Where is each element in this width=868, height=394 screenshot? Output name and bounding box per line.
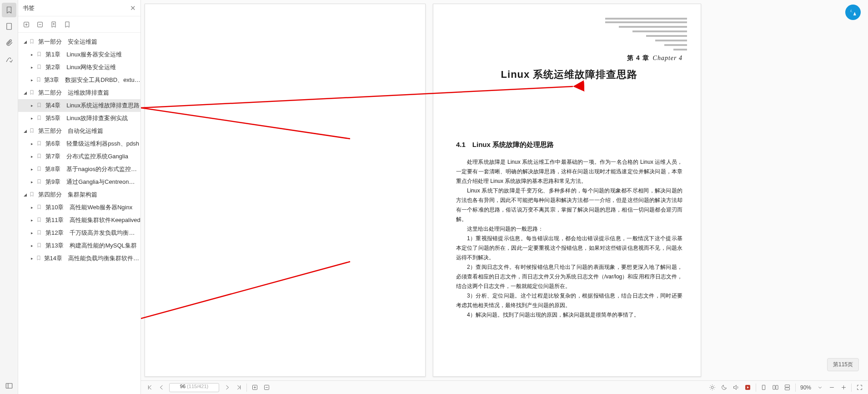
tree-ch-7[interactable]: ▸第7章 分布式监控系统Ganglia (18, 150, 140, 163)
attachments-tab-icon[interactable] (2, 35, 16, 50)
svg-rect-6 (619, 26, 687, 28)
svg-rect-24 (785, 388, 790, 390)
zoom-out-icon[interactable] (826, 382, 838, 394)
svg-rect-21 (773, 385, 775, 389)
page-left-blank (145, 4, 426, 377)
add-bookmark-icon[interactable] (50, 21, 57, 28)
zoom-level: 90% (800, 384, 811, 391)
document-viewport: 第 4 章Chapter 4 Linux 系统运维故障排查思路 4.1 Linu… (141, 0, 868, 394)
next-page-icon[interactable] (221, 382, 233, 394)
signatures-tab-icon[interactable] (2, 52, 16, 66)
tree-ch-1[interactable]: ▸第1章 Linux服务器安全运维 (18, 48, 140, 61)
panel-title: 书签 (23, 4, 35, 12)
svg-rect-7 (632, 30, 687, 32)
svg-rect-20 (763, 385, 765, 390)
tree-ch-14[interactable]: ▸第14章 高性能负载均衡集群软件HAProxy (18, 252, 140, 265)
read-aloud-icon[interactable] (730, 382, 742, 394)
two-page-icon[interactable] (770, 382, 782, 394)
night-mode-icon[interactable] (718, 382, 730, 394)
bookmarks-panel: 书签 ✕ ◢第一部分 安全运维篇 ▸第1章 Linux服务器安全运维 ▸第2章 … (18, 0, 141, 394)
section-title: 4.1 Linux 系统故障的处理思路 (456, 141, 682, 149)
pages-tab-icon[interactable] (2, 19, 16, 34)
bookmark-icon[interactable] (64, 21, 71, 28)
continuous-icon[interactable] (782, 382, 793, 394)
slideshow-icon[interactable] (742, 382, 754, 394)
zoom-in-icon[interactable] (838, 382, 849, 394)
left-toolbar (0, 0, 18, 394)
tree-part-4[interactable]: ◢第四部分 集群架构篇 (18, 188, 140, 201)
tree-ch-3[interactable]: ▸第3章 数据安全工具DRBD、extundelete (18, 74, 140, 86)
collapse-panel-icon[interactable] (2, 379, 16, 393)
body-paragraph: 这里给出处理问题的一般思路： (456, 224, 682, 234)
tree-ch-8[interactable]: ▸第8章 基于nagios的分布式监控报警 (18, 163, 140, 176)
translate-button[interactable] (845, 5, 861, 20)
eye-care-icon[interactable] (707, 382, 718, 394)
svg-point-18 (711, 386, 713, 389)
svg-rect-5 (605, 21, 687, 23)
tree-ch-2[interactable]: ▸第2章 Linux网络安全运维 (18, 61, 140, 74)
chapter-title: Linux 系统运维故障排查思路 (456, 68, 682, 81)
close-panel-icon[interactable]: ✕ (130, 4, 136, 12)
page-indicator-float[interactable]: 第115页 (827, 358, 859, 371)
expand-all-icon[interactable] (23, 21, 30, 28)
chapter-decoration (605, 18, 687, 54)
tree-ch-6[interactable]: ▸第6章 轻量级运维利器pssh、pdsh (18, 137, 140, 150)
bookmark-tools (18, 16, 140, 33)
svg-rect-9 (655, 40, 687, 41)
status-bar: 96 (115/421) 90% (141, 380, 868, 394)
first-page-icon[interactable] (144, 382, 156, 394)
tree-ch-11[interactable]: ▸第11章 高性能集群软件Keepalived (18, 214, 140, 227)
tree-ch-9[interactable]: ▸第9章 通过Ganglia与Centreon构建 (18, 176, 140, 188)
svg-rect-0 (6, 23, 11, 30)
tree-ch-13[interactable]: ▸第13章 构建高性能的MySQL集群 (18, 239, 140, 252)
zoom-in-page-icon[interactable] (249, 382, 261, 394)
svg-rect-8 (646, 35, 687, 37)
tree-ch-5[interactable]: ▸第5章 Linux故障排查案例实战 (18, 112, 140, 125)
zoom-out-page-icon[interactable] (261, 382, 272, 394)
single-page-icon[interactable] (758, 382, 770, 394)
last-page-icon[interactable] (233, 382, 245, 394)
bookmarks-tab-icon[interactable] (2, 3, 16, 17)
page-number-input[interactable]: 96 (115/421) (169, 383, 219, 392)
body-paragraph: 3）分析、定位问题。这个过程是比较复杂的，根据报错信息，结合日志文件，同时还要考… (456, 291, 682, 310)
svg-rect-4 (605, 18, 687, 20)
svg-rect-11 (673, 49, 687, 51)
body-paragraph: 2）查阅日志文件。有时候报错信息只给出了问题的表面现象，要想更深入地了解问题，必… (456, 263, 682, 291)
chapter-number: 第 4 章Chapter 4 (456, 54, 682, 62)
tree-ch-4[interactable]: ▸第4章 Linux系统运维故障排查思路 (18, 99, 140, 112)
tree-part-3[interactable]: ◢第三部分 自动化运维篇 (18, 125, 140, 137)
svg-rect-23 (785, 385, 790, 387)
body-paragraph: 4）解决问题。找到了问题出现的原因，解决问题就是很简单的事情了。 (456, 310, 682, 320)
tree-part-2[interactable]: ◢第二部分 运维故障排查篇 (18, 86, 140, 99)
prev-page-icon[interactable] (156, 382, 167, 394)
tree-ch-10[interactable]: ▸第10章 高性能Web服务器Nginx (18, 201, 140, 214)
body-paragraph: Linux 系统下的故障是千变万化、多种多样的，每个问题的现象都不尽相同，解决问… (456, 186, 682, 224)
bookmarks-tree: ◢第一部分 安全运维篇 ▸第1章 Linux服务器安全运维 ▸第2章 Linux… (18, 33, 140, 394)
body-paragraph: 处理系统故障是 Linux 系统运维工作中最基础的一项。作为一名合格的 Linu… (456, 157, 682, 186)
collapse-all-icon[interactable] (36, 21, 44, 28)
fullscreen-icon[interactable] (853, 382, 865, 394)
body-paragraph: 1）重视报错提示信息。每当错误出现，都会给出错误提示信息，一般情况下这个提示基本… (456, 234, 682, 263)
svg-rect-10 (664, 44, 687, 46)
svg-rect-1 (6, 384, 12, 389)
page-right-chapter: 第 4 章Chapter 4 Linux 系统运维故障排查思路 4.1 Linu… (433, 4, 701, 377)
tree-ch-12[interactable]: ▸第12章 千万级高并发负载均衡软件 (18, 227, 140, 239)
svg-rect-22 (776, 385, 778, 389)
zoom-dropdown-icon[interactable] (814, 382, 826, 394)
tree-part-1[interactable]: ◢第一部分 安全运维篇 (18, 35, 140, 48)
